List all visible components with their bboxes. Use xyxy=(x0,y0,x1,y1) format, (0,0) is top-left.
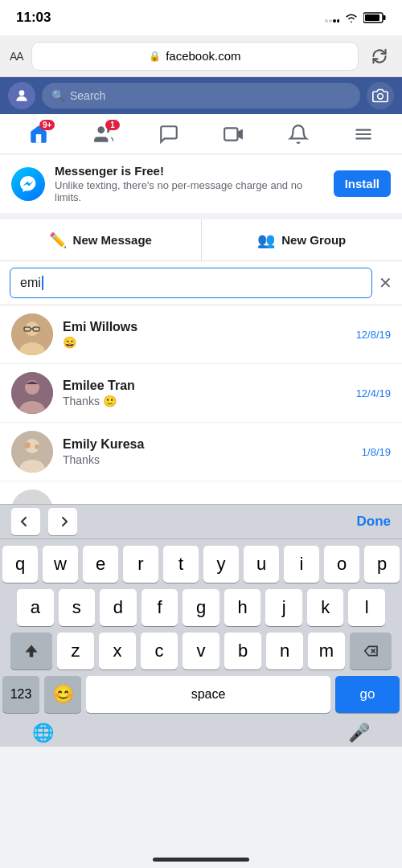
fb-friends-button[interactable]: 1 xyxy=(86,117,121,152)
key-w[interactable]: w xyxy=(43,546,78,583)
key-j[interactable]: j xyxy=(265,589,302,626)
messenger-title: Messenger is Free! xyxy=(55,164,324,178)
globe-icon[interactable]: 🌐 xyxy=(32,723,54,743)
svg-rect-10 xyxy=(224,128,237,140)
home-indicator xyxy=(153,858,249,862)
messenger-logo xyxy=(11,167,45,201)
message-search-box[interactable]: emi xyxy=(10,268,372,298)
url-bar[interactable]: 🔒 facebook.com xyxy=(31,42,359,71)
next-arrow-button[interactable] xyxy=(48,508,77,535)
fb-search-bar: 🔍 Search xyxy=(0,77,402,114)
battery-icon xyxy=(363,12,386,23)
new-group-button[interactable]: 👥 New Group xyxy=(202,219,403,260)
contact-preview: 😄 xyxy=(63,336,347,349)
key-s[interactable]: s xyxy=(59,589,96,626)
contact-list: Emi Willows 😄 12/8/19 Emilee Tran Thanks… xyxy=(0,305,402,504)
key-l[interactable]: l xyxy=(348,589,385,626)
key-u[interactable]: u xyxy=(244,546,279,583)
refresh-button[interactable] xyxy=(367,43,392,69)
svg-rect-6 xyxy=(365,14,379,21)
key-n[interactable]: n xyxy=(266,633,303,669)
contact-date: 12/8/19 xyxy=(356,329,391,341)
svg-point-0 xyxy=(325,19,328,23)
install-button[interactable]: Install xyxy=(334,170,391,197)
contact-preview: Thanks 🙂 xyxy=(63,395,347,407)
keyboard-row-1: q w e r t y u i o p xyxy=(2,546,400,583)
space-key[interactable]: space xyxy=(86,676,330,713)
fb-video-button[interactable] xyxy=(215,117,251,152)
key-h[interactable]: h xyxy=(224,589,261,626)
key-z[interactable]: z xyxy=(57,633,94,669)
key-i[interactable]: i xyxy=(284,546,319,583)
search-icon: 🔍 xyxy=(51,89,65,102)
numbers-key[interactable]: 123 xyxy=(2,676,39,713)
fb-home-button[interactable]: 9+ xyxy=(21,117,56,152)
microphone-icon[interactable]: 🎤 xyxy=(348,723,370,743)
camera-icon[interactable] xyxy=(367,82,394,109)
search-value: emi xyxy=(20,276,41,290)
fb-profile-avatar[interactable] xyxy=(8,82,35,109)
key-g[interactable]: g xyxy=(183,589,219,626)
key-p[interactable]: p xyxy=(364,546,400,583)
key-v[interactable]: v xyxy=(183,633,219,669)
svg-point-3 xyxy=(337,19,339,23)
key-y[interactable]: y xyxy=(203,546,239,583)
contact-name: Emilee Tran xyxy=(63,379,347,393)
key-b[interactable]: b xyxy=(224,633,261,669)
key-a[interactable]: a xyxy=(17,589,54,626)
prev-arrow-button[interactable] xyxy=(11,508,40,535)
contact-info-emilee-tran: Emilee Tran Thanks 🙂 xyxy=(63,379,347,407)
delete-key[interactable] xyxy=(350,633,392,669)
key-x[interactable]: x xyxy=(99,633,136,669)
keyboard-row-3: z x c v b n m xyxy=(2,633,400,669)
home-badge: 9+ xyxy=(39,120,55,130)
contact-item-emi-willows[interactable]: Emi Willows 😄 12/8/19 xyxy=(0,305,402,364)
key-m[interactable]: m xyxy=(308,633,345,669)
search-placeholder: Search xyxy=(70,89,105,102)
keyboard: q w e r t y u i o p a s d f g h j k l z … xyxy=(0,539,402,719)
keyboard-done-button[interactable]: Done xyxy=(357,514,392,530)
fb-notifications-button[interactable] xyxy=(281,117,316,152)
contact-date: 12/4/19 xyxy=(356,387,391,399)
fb-search-input[interactable]: 🔍 Search xyxy=(42,83,360,108)
key-c[interactable]: c xyxy=(141,633,178,669)
lock-icon: 🔒 xyxy=(149,51,161,62)
messenger-banner: Messenger is Free! Unlike texting, there… xyxy=(0,154,402,219)
key-f[interactable]: f xyxy=(142,589,178,626)
go-key[interactable]: go xyxy=(335,676,400,713)
clear-search-button[interactable]: ✕ xyxy=(379,273,392,293)
shift-key[interactable] xyxy=(10,633,52,669)
key-e[interactable]: e xyxy=(83,546,118,583)
key-k[interactable]: k xyxy=(307,589,344,626)
font-size-control[interactable]: AA xyxy=(10,50,23,63)
emoji-key[interactable]: 😊 xyxy=(44,676,81,713)
contact-name: Emily Kuresa xyxy=(63,437,352,452)
fb-messenger-button[interactable] xyxy=(151,117,187,152)
friends-badge: 1 xyxy=(105,120,120,130)
new-message-label: New Message xyxy=(73,233,152,247)
key-t[interactable]: t xyxy=(163,546,199,583)
key-q[interactable]: q xyxy=(2,546,38,583)
new-message-button[interactable]: ✏️ New Message xyxy=(0,219,202,260)
new-group-icon: 👥 xyxy=(257,231,275,249)
contact-info-emily-kuresa: Emily Kuresa Thanks xyxy=(63,437,352,466)
key-o[interactable]: o xyxy=(324,546,359,583)
status-bar: 11:03 xyxy=(0,0,402,35)
status-icons xyxy=(325,12,386,23)
key-r[interactable]: r xyxy=(123,546,158,583)
svg-rect-14 xyxy=(355,137,371,139)
svg-rect-5 xyxy=(384,15,386,20)
fb-menu-button[interactable] xyxy=(346,117,381,152)
contact-avatar-emilee-tran xyxy=(11,372,53,414)
svg-point-7 xyxy=(19,90,25,96)
svg-point-8 xyxy=(378,94,384,100)
cursor xyxy=(42,276,43,290)
key-d[interactable]: d xyxy=(100,589,137,626)
action-row: ✏️ New Message 👥 New Group xyxy=(0,219,402,261)
contact-partial xyxy=(0,481,402,504)
browser-bar: AA 🔒 facebook.com xyxy=(0,35,402,77)
signal-dots-icon xyxy=(325,13,339,23)
status-time: 11:03 xyxy=(16,10,51,26)
contact-item-emilee-tran[interactable]: Emilee Tran Thanks 🙂 12/4/19 xyxy=(0,364,402,423)
contact-item-emily-kuresa[interactable]: Emily Kuresa Thanks 1/8/19 xyxy=(0,423,402,481)
